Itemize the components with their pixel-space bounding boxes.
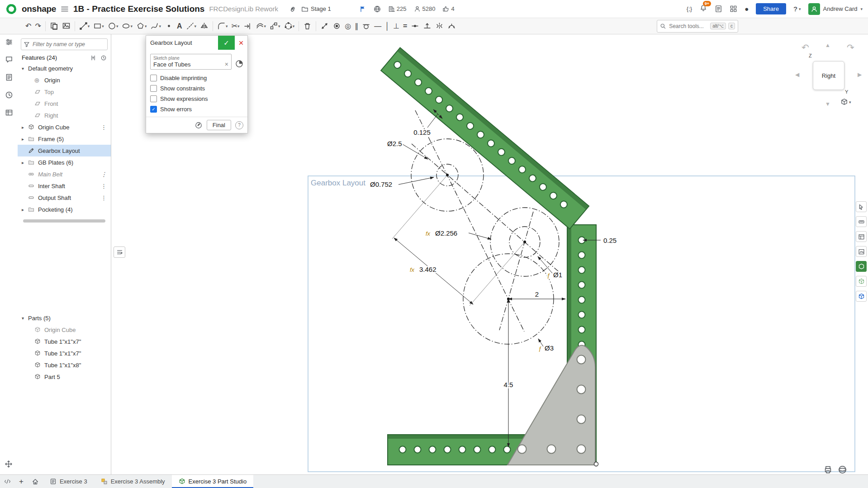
delete-tool[interactable] [301, 20, 313, 33]
dialog-header[interactable]: Gearbox Layout ✓ × [146, 36, 247, 50]
point-tool[interactable] [163, 20, 175, 33]
feature-row-pocketing[interactable]: ▸ Pocketing (4) [18, 204, 111, 215]
search-tools-input[interactable] [668, 23, 708, 30]
view-left-arrow[interactable]: ◀ [795, 71, 799, 78]
hidden-edges-view-icon[interactable] [856, 276, 867, 287]
clear-selection-icon[interactable]: × [225, 61, 228, 68]
parts-header[interactable]: ▾ Parts (5) [18, 312, 111, 324]
mate-connector-icon[interactable] [235, 60, 243, 70]
fillet-tool[interactable]: ▾ [215, 20, 230, 33]
expand-caret[interactable]: ▸ [22, 160, 28, 165]
tab-manager-icon[interactable] [0, 478, 15, 485]
collapse-all-icon[interactable] [90, 55, 96, 61]
view-down-arrow[interactable]: ▼ [825, 101, 830, 107]
feature-list-flyout-button[interactable] [114, 246, 125, 258]
view-cube-face[interactable]: Right [813, 61, 844, 90]
feature-menu-icon[interactable]: ⋮ [101, 171, 107, 178]
notifications-bell-icon[interactable]: 9+ [699, 4, 707, 14]
view-right-arrow[interactable]: ▶ [858, 71, 862, 78]
checkbox[interactable]: ✓ [150, 95, 157, 102]
model-canvas[interactable]: Gearbox Layout [0, 0, 868, 488]
variables-panel-icon[interactable] [856, 231, 867, 242]
feature-filter[interactable] [21, 38, 108, 50]
feature-menu-icon[interactable]: ⋮ [101, 183, 107, 190]
measure-panel-icon[interactable] [856, 216, 867, 227]
feature-menu-icon[interactable]: ⋮ [101, 194, 107, 201]
ellipse-tool[interactable]: ▾ [120, 20, 134, 33]
vertical-constraint[interactable]: │ [383, 20, 391, 33]
rectangle-tool[interactable]: ▾ [91, 20, 106, 33]
app-grid-icon[interactable] [730, 5, 737, 13]
equal-constraint[interactable]: = [401, 20, 409, 33]
wireframe-view-icon[interactable] [856, 291, 867, 302]
feature-row-gearbox-layout[interactable]: Gearbox Layout [18, 145, 111, 156]
part-row-tube-2[interactable]: Tube 1"x1"x7" [18, 347, 111, 359]
view-up-arrow[interactable]: ▲ [825, 42, 830, 48]
concentric-constraint[interactable]: ◎ [343, 20, 353, 33]
feature-row-top-plane[interactable]: Top [18, 86, 111, 98]
checkbox[interactable]: ✓ [150, 106, 157, 113]
option-show-expressions[interactable]: ✓ Show expressions [150, 94, 243, 104]
cancel-button[interactable]: × [235, 36, 247, 50]
copy-link-icon[interactable] [289, 5, 297, 13]
feature-row-origin-cube[interactable]: ▸ Origin Cube ⋮ [18, 121, 111, 133]
feature-filter-input[interactable] [32, 41, 101, 48]
dialog-help-icon[interactable]: ? [235, 121, 243, 129]
tree-scrollbar[interactable] [23, 219, 105, 223]
expand-caret[interactable]: ▸ [22, 125, 28, 130]
extend-tool[interactable] [242, 20, 254, 33]
checkbox[interactable]: ✓ [150, 85, 157, 92]
select-filter-icon[interactable] [856, 201, 867, 212]
pan-icon[interactable] [5, 460, 13, 470]
symmetry-constraint[interactable] [433, 20, 446, 33]
option-show-constraints[interactable]: ✓ Show constraints [150, 83, 243, 94]
custom-tables-icon[interactable] [5, 73, 13, 83]
sketch-plane-field[interactable]: Sketch plane Face of Tubes × [150, 54, 232, 70]
tab-exercise-3-part-studio[interactable]: Exercise 3 Part Studio [172, 475, 254, 488]
new-tab-button[interactable]: + [15, 477, 28, 486]
feature-row-right-plane[interactable]: Right [18, 109, 111, 121]
horizontal-constraint[interactable]: — [372, 20, 383, 33]
parallel-constraint[interactable]: ∥ [353, 20, 360, 33]
insert-image-tool-icon[interactable] [60, 20, 72, 33]
expand-caret[interactable]: ▾ [22, 316, 28, 321]
diagonal-tube[interactable] [381, 47, 589, 229]
rotate-cw-icon[interactable]: ↷ [847, 42, 854, 53]
learning-center-icon[interactable]: ● [745, 5, 749, 13]
feature-row-output-shaft[interactable]: Output Shaft ⋮ [18, 192, 111, 204]
main-menu-icon[interactable] [61, 5, 69, 13]
line-tool[interactable]: ▾ [77, 20, 92, 33]
sketch-text-tool[interactable]: A [175, 20, 184, 33]
polygon-tool[interactable]: ▾ [134, 20, 149, 33]
featurescript-icon[interactable]: {;} [687, 5, 692, 13]
trim-tool[interactable]: ✂▾ [230, 20, 242, 33]
redo-button[interactable]: ↷ [33, 20, 43, 33]
feature-row-gb-plates[interactable]: ▸ GB Plates (6) [18, 156, 111, 168]
linear-pattern-tool[interactable]: ▾ [268, 20, 282, 33]
final-button[interactable]: Final [207, 120, 231, 130]
history-icon[interactable] [5, 91, 13, 101]
option-disable-imprinting[interactable]: ✓ Disable imprinting [150, 73, 243, 83]
construction-toggle[interactable]: ▾ [184, 20, 199, 33]
circular-pattern-tool[interactable]: ▾ [282, 20, 297, 33]
mirror-tool[interactable] [198, 20, 210, 33]
circle-tool[interactable]: ▾ [106, 20, 120, 33]
branch-flag-icon[interactable] [359, 5, 366, 13]
shaded-view-icon[interactable] [856, 261, 867, 272]
home-tab-icon[interactable] [28, 478, 43, 485]
checkbox[interactable]: ✓ [150, 75, 157, 81]
part-row-tube-3[interactable]: Tube 1"x1"x8" [18, 359, 111, 371]
normal-constraint[interactable] [421, 20, 433, 33]
perpendicular-constraint[interactable]: ⊥ [391, 20, 401, 33]
help-menu[interactable]: ? ▾ [793, 5, 801, 13]
feature-menu-icon[interactable]: ⋮ [101, 124, 107, 131]
tangent-constraint[interactable] [360, 20, 372, 33]
rotate-ccw-icon[interactable]: ↶ [802, 42, 809, 53]
gusset-plate[interactable] [508, 346, 595, 465]
rollback-clock-icon[interactable] [100, 55, 107, 61]
comments-icon[interactable] [5, 56, 13, 66]
undo-button[interactable]: ↶ [24, 20, 33, 33]
part-row-origin-cube[interactable]: Origin Cube [18, 324, 111, 336]
account-menu[interactable]: Andrew Card ▾ [808, 3, 863, 15]
option-show-errors[interactable]: ✓ Show errors [150, 104, 243, 114]
